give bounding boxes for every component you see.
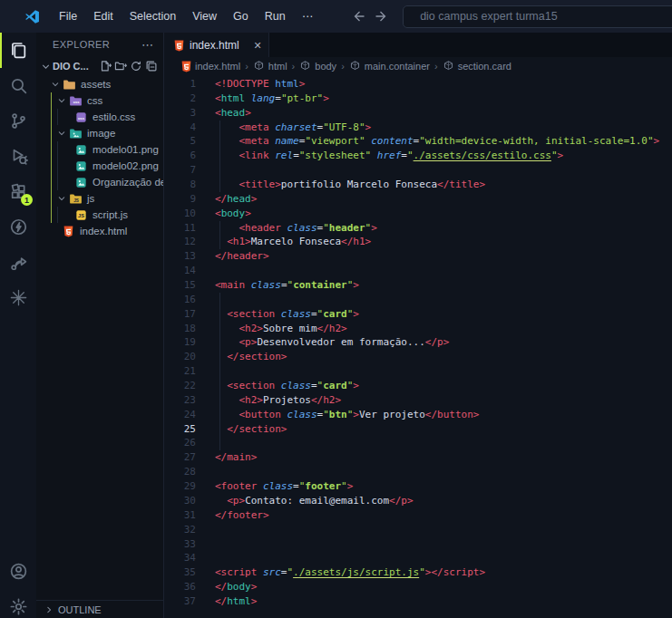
- code-line[interactable]: 6 <link rel="stylesheet" href="./assets/…: [164, 149, 672, 163]
- code-line[interactable]: 25 </section>: [164, 422, 672, 437]
- line-number[interactable]: 35: [164, 565, 204, 580]
- settings-icon[interactable]: [0, 589, 36, 618]
- refresh-icon[interactable]: [130, 60, 142, 72]
- outline-section[interactable]: OUTLINE: [36, 600, 163, 618]
- tree-item-assets[interactable]: assets: [36, 76, 163, 92]
- line-number[interactable]: 8: [164, 178, 204, 192]
- menu-[interactable]: ⋯: [294, 0, 322, 33]
- line-number[interactable]: 34: [164, 551, 204, 565]
- code-line[interactable]: 12 <h1>Marcelo Fonseca</h1>: [164, 235, 672, 249]
- line-number[interactable]: 25: [164, 422, 204, 437]
- line-number[interactable]: 21: [164, 364, 204, 379]
- code-line[interactable]: 16: [164, 293, 672, 307]
- line-number[interactable]: 14: [164, 264, 204, 278]
- new-folder-icon[interactable]: [114, 60, 127, 72]
- line-number[interactable]: 16: [164, 293, 204, 307]
- line-number[interactable]: 26: [164, 436, 204, 450]
- code-line[interactable]: 37</html>: [164, 594, 672, 609]
- code-line[interactable]: 29<footer class="footer">: [164, 479, 672, 494]
- code-line[interactable]: 31</footer>: [164, 508, 672, 523]
- line-number[interactable]: 9: [164, 192, 204, 207]
- line-number[interactable]: 30: [164, 494, 204, 508]
- back-arrow-icon[interactable]: [352, 9, 366, 24]
- line-number[interactable]: 18: [164, 322, 204, 336]
- line-number[interactable]: 5: [164, 134, 204, 149]
- line-number[interactable]: 6: [164, 149, 204, 163]
- line-number[interactable]: 28: [164, 465, 204, 479]
- tree-item-css[interactable]: csscss: [36, 92, 163, 109]
- run-and-debug-icon[interactable]: [0, 139, 36, 174]
- tree-item-organiza-o-de...[interactable]: Organização de...: [36, 174, 163, 190]
- breadcrumb-item-index.html[interactable]: index.html: [180, 60, 240, 72]
- line-number[interactable]: 13: [164, 249, 204, 264]
- code-line[interactable]: 11 <header class="header">: [164, 221, 672, 236]
- thunder-client-icon[interactable]: [0, 209, 36, 245]
- line-number[interactable]: 24: [164, 408, 204, 422]
- breadcrumb-item-body[interactable]: body: [299, 60, 336, 72]
- tab-index-html[interactable]: index.html ✕: [164, 33, 269, 57]
- extension-starburst-icon[interactable]: [0, 280, 36, 315]
- code-line[interactable]: 8 <title>portifolio Marcelo Fonseca</tit…: [164, 178, 672, 192]
- code-line[interactable]: 4 <meta charset="UTF-8">: [164, 121, 672, 135]
- line-number[interactable]: 3: [164, 106, 204, 121]
- breadcrumb-item-main.container[interactable]: main.container: [349, 60, 430, 72]
- tree-item-script.js[interactable]: JSscript.js: [36, 207, 163, 223]
- code-line[interactable]: 30 <p>Contato: email@email.com</p>: [164, 494, 672, 508]
- menu-view[interactable]: View: [184, 0, 225, 33]
- line-number[interactable]: 36: [164, 580, 204, 594]
- menu-go[interactable]: Go: [225, 0, 257, 33]
- line-number[interactable]: 20: [164, 350, 204, 364]
- line-number[interactable]: 29: [164, 479, 204, 494]
- code-line[interactable]: 24 <button class="btn">Ver projeto</butt…: [164, 408, 672, 422]
- tree-item-js[interactable]: JSjs: [36, 190, 163, 207]
- code-line[interactable]: 7: [164, 163, 672, 178]
- breadcrumb-item-section.card[interactable]: section.card: [443, 60, 511, 72]
- code-line[interactable]: 36</body>: [164, 580, 672, 594]
- source-control-icon[interactable]: [0, 103, 36, 139]
- code-line[interactable]: 22 <section class="card">: [164, 379, 672, 393]
- line-number[interactable]: 27: [164, 450, 204, 465]
- line-number[interactable]: 23: [164, 393, 204, 408]
- breadcrumb-item-html[interactable]: html: [253, 60, 287, 72]
- code-line[interactable]: 20 </section>: [164, 350, 672, 364]
- line-number[interactable]: 2: [164, 92, 204, 106]
- code-line[interactable]: 10<body>: [164, 207, 672, 221]
- code-editor[interactable]: 1<!DOCTYPE html>2<html lang="pt-br">3<he…: [164, 74, 672, 618]
- remote-share-icon[interactable]: [0, 245, 36, 280]
- collapse-all-icon[interactable]: [145, 60, 158, 72]
- line-number[interactable]: 37: [164, 594, 204, 609]
- menu-selection[interactable]: Selection: [122, 0, 184, 33]
- menu-file[interactable]: File: [51, 0, 85, 33]
- line-number[interactable]: 11: [164, 221, 204, 236]
- tree-item-modelo02.png[interactable]: modelo02.png: [36, 158, 163, 174]
- line-number[interactable]: 15: [164, 278, 204, 293]
- line-number[interactable]: 4: [164, 121, 204, 135]
- code-line[interactable]: 13</header>: [164, 249, 672, 264]
- code-line[interactable]: 2<html lang="pt-br">: [164, 92, 672, 106]
- line-number[interactable]: 17: [164, 307, 204, 322]
- workspace-section-header[interactable]: DIO C...: [36, 56, 163, 76]
- command-center-search[interactable]: dio campus expert turma15: [403, 5, 672, 28]
- search-icon[interactable]: [0, 68, 36, 103]
- tree-item-index.html[interactable]: index.html: [36, 223, 163, 239]
- tree-item-estilo.css[interactable]: cssestilo.css: [36, 109, 163, 125]
- line-number[interactable]: 10: [164, 207, 204, 221]
- line-number[interactable]: 32: [164, 523, 204, 537]
- code-line[interactable]: 14: [164, 264, 672, 278]
- line-number[interactable]: 31: [164, 508, 204, 523]
- close-icon[interactable]: ✕: [250, 38, 265, 53]
- menu-run[interactable]: Run: [257, 0, 294, 33]
- extensions-icon[interactable]: 1: [0, 174, 36, 209]
- new-file-icon[interactable]: [99, 60, 112, 72]
- explorer-more-icon[interactable]: ⋯: [141, 38, 154, 52]
- accounts-icon[interactable]: [0, 554, 36, 589]
- line-number[interactable]: 1: [164, 77, 204, 92]
- code-line[interactable]: 9</head>: [164, 192, 672, 207]
- code-line[interactable]: 17 <section class="card">: [164, 307, 672, 322]
- line-number[interactable]: 12: [164, 235, 204, 249]
- menu-edit[interactable]: Edit: [85, 0, 122, 33]
- code-line[interactable]: 1<!DOCTYPE html>: [164, 77, 672, 92]
- code-line[interactable]: 26: [164, 436, 672, 450]
- tree-item-image[interactable]: image: [36, 125, 163, 141]
- line-number[interactable]: 7: [164, 163, 204, 178]
